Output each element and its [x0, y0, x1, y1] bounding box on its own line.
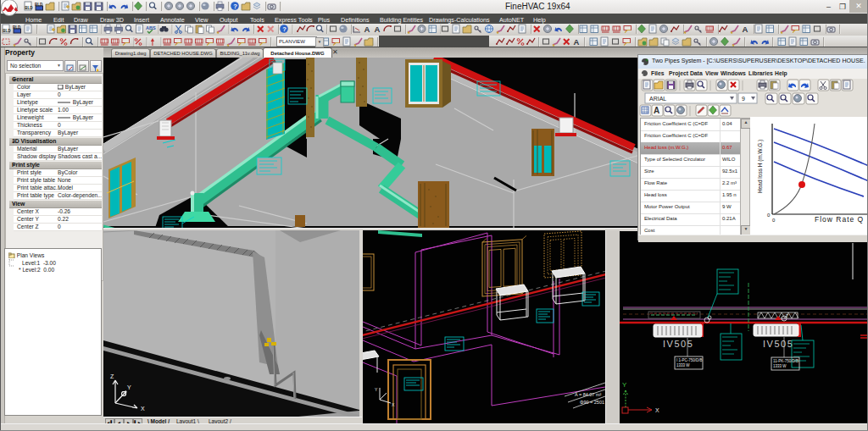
svg-text:Y: Y	[127, 384, 131, 390]
svg-text:IV505: IV505	[663, 339, 693, 349]
svg-text:1333 W: 1333 W	[676, 363, 690, 367]
svg-text:9: 9	[742, 96, 745, 102]
svg-text:X: X	[141, 406, 145, 412]
svg-text:A: A	[743, 25, 748, 34]
svg-text:A: A	[364, 25, 370, 34]
svg-text:?: ?	[233, 3, 237, 10]
svg-text:Flow Rate Q: Flow Rate Q	[815, 215, 864, 224]
svg-text:IV505: IV505	[763, 339, 793, 349]
svg-text:A: A	[574, 37, 580, 47]
svg-text:A: A	[654, 106, 659, 115]
svg-text:ABS: ABS	[146, 25, 156, 30]
svg-text:1333 W: 1333 W	[773, 364, 787, 368]
svg-text:Φ90 = 2501 W: Φ90 = 2501 W	[580, 400, 605, 405]
svg-text:A: A	[375, 25, 381, 34]
svg-text:A = 84.07 m²: A = 84.07 m²	[575, 392, 602, 397]
svg-text:ARIAL: ARIAL	[649, 96, 666, 102]
svg-text:I 1-PC-750/D/B: I 1-PC-750/D/B	[676, 358, 703, 362]
svg-text:Y: Y	[622, 381, 627, 389]
svg-text:BLD: BLD	[25, 6, 33, 10]
svg-text:Z: Z	[110, 373, 114, 379]
svg-text:11-PK-750/D/B: 11-PK-750/D/B	[773, 359, 798, 363]
svg-text:?: ?	[282, 25, 287, 33]
svg-text:BLD: BLD	[3, 29, 11, 33]
svg-text:Head loss H (m.W.G.): Head loss H (m.W.G.)	[757, 140, 764, 193]
svg-text:X: X	[655, 407, 659, 413]
